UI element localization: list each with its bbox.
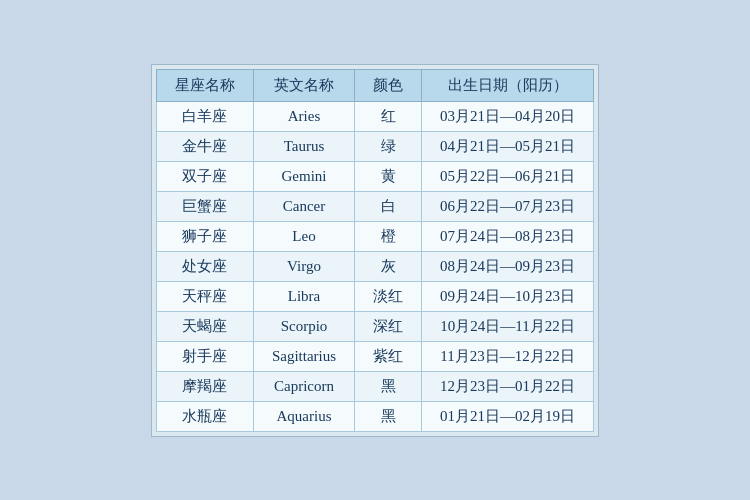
cell-english-name: Sagittarius (253, 341, 354, 371)
cell-chinese-name: 天蝎座 (156, 311, 253, 341)
cell-color: 黄 (355, 161, 422, 191)
cell-chinese-name: 摩羯座 (156, 371, 253, 401)
cell-english-name: Gemini (253, 161, 354, 191)
cell-english-name: Libra (253, 281, 354, 311)
cell-color: 紫红 (355, 341, 422, 371)
cell-dates: 07月24日—08月23日 (422, 221, 594, 251)
cell-color: 黑 (355, 401, 422, 431)
cell-english-name: Aquarius (253, 401, 354, 431)
cell-english-name: Taurus (253, 131, 354, 161)
cell-chinese-name: 水瓶座 (156, 401, 253, 431)
col-header-english: 英文名称 (253, 69, 354, 101)
cell-color: 红 (355, 101, 422, 131)
cell-english-name: Scorpio (253, 311, 354, 341)
cell-english-name: Leo (253, 221, 354, 251)
table-row: 摩羯座Capricorn黑12月23日—01月22日 (156, 371, 593, 401)
table-row: 巨蟹座Cancer白06月22日—07月23日 (156, 191, 593, 221)
table-row: 天秤座Libra淡红09月24日—10月23日 (156, 281, 593, 311)
table-header-row: 星座名称 英文名称 颜色 出生日期（阳历） (156, 69, 593, 101)
cell-dates: 01月21日—02月19日 (422, 401, 594, 431)
cell-dates: 10月24日—11月22日 (422, 311, 594, 341)
cell-english-name: Virgo (253, 251, 354, 281)
table-row: 处女座Virgo灰08月24日—09月23日 (156, 251, 593, 281)
cell-color: 橙 (355, 221, 422, 251)
cell-english-name: Aries (253, 101, 354, 131)
cell-color: 灰 (355, 251, 422, 281)
cell-dates: 03月21日—04月20日 (422, 101, 594, 131)
zodiac-table: 星座名称 英文名称 颜色 出生日期（阳历） 白羊座Aries红03月21日—04… (156, 69, 594, 432)
table-row: 水瓶座Aquarius黑01月21日—02月19日 (156, 401, 593, 431)
cell-dates: 04月21日—05月21日 (422, 131, 594, 161)
table-row: 金牛座Taurus绿04月21日—05月21日 (156, 131, 593, 161)
cell-color: 淡红 (355, 281, 422, 311)
cell-dates: 05月22日—06月21日 (422, 161, 594, 191)
cell-dates: 12月23日—01月22日 (422, 371, 594, 401)
cell-dates: 09月24日—10月23日 (422, 281, 594, 311)
cell-chinese-name: 金牛座 (156, 131, 253, 161)
cell-color: 黑 (355, 371, 422, 401)
cell-english-name: Capricorn (253, 371, 354, 401)
cell-color: 深红 (355, 311, 422, 341)
table-row: 白羊座Aries红03月21日—04月20日 (156, 101, 593, 131)
cell-chinese-name: 射手座 (156, 341, 253, 371)
cell-dates: 06月22日—07月23日 (422, 191, 594, 221)
cell-dates: 11月23日—12月22日 (422, 341, 594, 371)
table-row: 射手座Sagittarius紫红11月23日—12月22日 (156, 341, 593, 371)
cell-chinese-name: 双子座 (156, 161, 253, 191)
cell-chinese-name: 天秤座 (156, 281, 253, 311)
cell-color: 绿 (355, 131, 422, 161)
table-row: 双子座Gemini黄05月22日—06月21日 (156, 161, 593, 191)
cell-color: 白 (355, 191, 422, 221)
cell-chinese-name: 白羊座 (156, 101, 253, 131)
cell-chinese-name: 处女座 (156, 251, 253, 281)
cell-dates: 08月24日—09月23日 (422, 251, 594, 281)
zodiac-table-wrapper: 星座名称 英文名称 颜色 出生日期（阳历） 白羊座Aries红03月21日—04… (151, 64, 599, 437)
col-header-chinese: 星座名称 (156, 69, 253, 101)
cell-english-name: Cancer (253, 191, 354, 221)
table-row: 狮子座Leo橙07月24日—08月23日 (156, 221, 593, 251)
col-header-color: 颜色 (355, 69, 422, 101)
cell-chinese-name: 巨蟹座 (156, 191, 253, 221)
col-header-dates: 出生日期（阳历） (422, 69, 594, 101)
table-row: 天蝎座Scorpio深红10月24日—11月22日 (156, 311, 593, 341)
cell-chinese-name: 狮子座 (156, 221, 253, 251)
